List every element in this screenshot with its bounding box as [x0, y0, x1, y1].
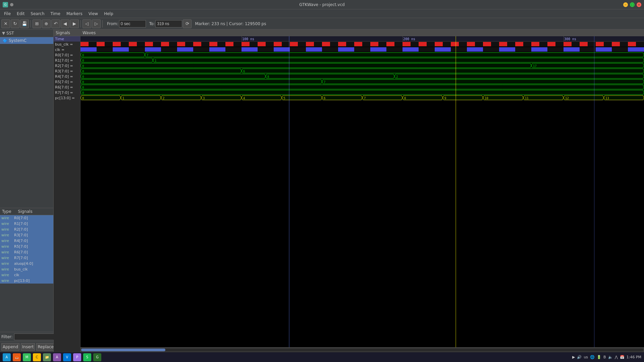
scrollbar-track[interactable] [81, 349, 643, 351]
taskbar-manjaro-icon[interactable]: M [23, 353, 31, 361]
waves-container[interactable] [80, 36, 644, 347]
horizontal-scrollbar[interactable] [80, 347, 644, 352]
undo-button[interactable]: ↶ [51, 19, 60, 28]
taskbar-arm-icon[interactable]: A [53, 353, 61, 361]
ts-signals-col-header: Signals [18, 209, 33, 214]
ts-row-type: wire [1, 256, 11, 260]
taskbar-arch-icon[interactable]: A [3, 353, 11, 361]
ts-row[interactable]: wirealuop[4:0] [0, 261, 53, 266]
ts-row[interactable]: wireR7[7:0] [0, 255, 53, 261]
taskbar-chrome-icon[interactable]: C [33, 353, 41, 361]
signal-row: clk = [54, 47, 80, 52]
scrollbar-thumb[interactable] [81, 349, 165, 351]
ts-row-type: wire [1, 267, 11, 272]
taskbar-vscode-icon[interactable]: V [63, 353, 71, 361]
taskbar-files-icon[interactable]: 📁 [43, 353, 51, 361]
taskbar-firefox-icon[interactable]: 🦊 [13, 353, 21, 361]
ts-row-type: wire [1, 239, 11, 243]
ts-row-signal: R5[7:0] [14, 244, 28, 249]
prev-edge-button[interactable]: ◀ [61, 19, 69, 28]
minimize-button[interactable]: − [623, 2, 628, 7]
app-dot [10, 3, 13, 6]
signals-panel: Signals Timebus_clk =clk =R0[7:0] =R1[7:… [54, 29, 80, 352]
waves-canvas[interactable] [80, 36, 644, 347]
taskbar-gtkwave-icon[interactable]: G [93, 353, 101, 361]
sst-tree-icon: 🔷 [3, 39, 7, 43]
menu-edit[interactable]: Edit [14, 10, 27, 17]
from-label: From: [107, 21, 118, 26]
ts-row[interactable]: wireR0[7:0] [0, 215, 53, 221]
toolbar-sep-1 [31, 20, 31, 27]
filter-row: Filter: [0, 332, 53, 342]
waves-panel[interactable]: Waves [80, 29, 644, 352]
ts-row-signal: R3[7:0] [14, 233, 28, 237]
ts-row-type: wire [1, 227, 11, 232]
signal-row: R4[7:0] = [54, 74, 80, 79]
ts-row[interactable]: wirebus_clk [0, 266, 53, 272]
left-panel: ▼ SST 🔷 SystemC Type Signals wireR0[7:0]… [0, 29, 54, 352]
menu-time[interactable]: Time [48, 10, 63, 17]
next-button[interactable]: ▷ [92, 19, 101, 28]
refresh-button[interactable]: ⟳ [183, 19, 192, 28]
ts-row[interactable]: wireR1[7:0] [0, 221, 53, 227]
network-icon[interactable]: 🌐 [590, 355, 595, 359]
taskbar-tray: ▶ 🔊 us 🌐 🔋 B 🔈 ⋀ 📅 1:46 PM [572, 355, 641, 359]
volume-icon[interactable]: 🔈 [608, 355, 613, 359]
ts-row[interactable]: wireR2[7:0] [0, 227, 53, 232]
ts-row-type: wire [1, 273, 11, 277]
menu-file[interactable]: File [1, 10, 13, 17]
ts-row-signal: R4[7:0] [14, 239, 28, 243]
ts-row[interactable]: wireR6[7:0] [0, 249, 53, 255]
ts-row-signal: R6[7:0] [14, 250, 28, 254]
zoom-in-button[interactable]: ⊕ [42, 19, 51, 28]
menu-view[interactable]: View [86, 10, 101, 17]
ts-row[interactable]: wireclk [0, 272, 53, 278]
ts-row-type: wire [1, 222, 11, 226]
save-button[interactable]: 💾 [20, 19, 29, 28]
menu-search[interactable]: Search [28, 10, 47, 17]
clear-button[interactable]: ✕ [1, 19, 10, 28]
ts-row-type: wire [1, 250, 11, 254]
ts-row-signal: aluop[4:0] [14, 261, 33, 266]
ts-row-signal: bus_clk [14, 267, 28, 272]
ts-row-signal: R1[7:0] [14, 222, 28, 226]
play-icon[interactable]: ▶ [572, 355, 575, 359]
zoom-fit-button[interactable]: ⊞ [33, 19, 41, 28]
ts-row[interactable]: wirepc[13:0] [0, 278, 53, 284]
ts-row-signal: R7[7:0] [14, 256, 28, 260]
append-button[interactable]: Append [1, 343, 19, 351]
maximize-button[interactable]: □ [630, 2, 635, 7]
replace-button[interactable]: Replace [36, 343, 55, 351]
signal-row: pc[13:0] = [54, 95, 80, 101]
menu-markers[interactable]: Markers [64, 10, 85, 17]
bluetooth-icon[interactable]: B [603, 355, 606, 359]
sst-item-systemc[interactable]: 🔷 SystemC [0, 37, 53, 44]
sst-header[interactable]: ▼ SST [0, 29, 53, 37]
insert-button[interactable]: Insert [21, 343, 35, 351]
ts-row[interactable]: wireR5[7:0] [0, 244, 53, 249]
taskbar-phpstorm-icon[interactable]: P [73, 353, 81, 361]
calendar-icon: 📅 [620, 355, 625, 359]
prev-button[interactable]: ◁ [83, 19, 91, 28]
menu-help[interactable]: Help [101, 10, 116, 17]
battery-icon[interactable]: 🔋 [597, 355, 601, 359]
type-signals-panel: Type Signals wireR0[7:0]wireR1[7:0]wireR… [0, 208, 53, 352]
marker-info: Marker: 233 ns | Cursor: 129500 ps [195, 21, 266, 26]
from-input[interactable] [119, 20, 146, 27]
taskbar: A 🦊 M C 📁 A V P S G ▶ 🔊 us 🌐 🔋 B 🔈 ⋀ 📅 1… [0, 352, 644, 362]
to-input[interactable] [155, 20, 182, 27]
ts-row[interactable]: wireR3[7:0] [0, 232, 53, 238]
speaker-icon[interactable]: 🔊 [577, 355, 582, 359]
tray-more[interactable]: ⋀ [615, 355, 618, 359]
close-button[interactable]: × [637, 2, 641, 7]
signal-row: R1[7:0] = [54, 58, 80, 63]
reload-button[interactable]: ↻ [11, 19, 19, 28]
ts-row-signal: clk [14, 273, 19, 277]
sst-tree: 🔷 SystemC [0, 37, 53, 208]
menubar: File Edit Search Time Markers View Help [0, 9, 644, 18]
ts-row-type: wire [1, 279, 11, 283]
taskbar-spotify-icon[interactable]: S [83, 353, 91, 361]
bottom-buttons: Append Insert Replace [0, 342, 53, 352]
next-edge-button[interactable]: ▶ [70, 19, 79, 28]
ts-row[interactable]: wireR4[7:0] [0, 238, 53, 244]
